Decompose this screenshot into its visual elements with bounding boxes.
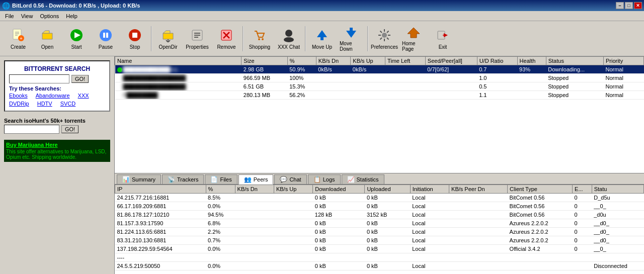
col-ratio[interactable]: U/D Ratio	[477, 57, 517, 65]
shopping-button[interactable]: Shopping	[246, 24, 274, 54]
menu-options[interactable]: Options	[37, 12, 62, 20]
pcol-up[interactable]: KB/s Up	[274, 185, 312, 194]
table-row[interactable]: ████████████ms2.98 GB50.9%0kB/s0kB/s0/7[…	[115, 65, 644, 74]
search-links: Ebooks Abandonware XXX DVDRip HDTV SVCD	[9, 93, 105, 107]
menu-view[interactable]: View	[18, 12, 36, 20]
col-pct[interactable]: %	[287, 57, 316, 65]
col-time[interactable]: Time Left	[385, 57, 425, 65]
col-up[interactable]: KB/s Up	[351, 57, 385, 65]
pcol-downloaded[interactable]: Downloaded	[313, 185, 365, 194]
maximize-button[interactable]: □	[625, 2, 633, 9]
ad-link[interactable]: Buy Marijuana Here	[6, 142, 108, 148]
move-up-icon	[314, 27, 330, 43]
try-label: Try these Searches:	[9, 85, 105, 92]
list-item[interactable]: 24.5.5.219:500500.0%0 kB0 kBLocalDisconn…	[115, 262, 644, 270]
tab-trackers[interactable]: 📡 Trackers	[162, 174, 204, 184]
iso-go-button[interactable]: GO!	[61, 125, 78, 133]
move-down-button[interactable]: Move Down	[337, 24, 365, 54]
minimize-button[interactable]: –	[616, 2, 624, 9]
svg-marker-29	[346, 31, 356, 38]
table-row[interactable]: ████████████████6.51 GB15.3%0.5StoppedNo…	[115, 82, 644, 91]
pause-button[interactable]: Pause	[92, 24, 120, 54]
tab-files[interactable]: 📄 Files	[205, 174, 237, 184]
remove-button[interactable]: Remove	[212, 24, 240, 54]
col-dn[interactable]: KB/s Dn	[316, 57, 351, 65]
col-priority[interactable]: Priority	[603, 57, 643, 65]
create-icon: +	[10, 27, 26, 43]
search-go-button[interactable]: GO!	[71, 75, 89, 83]
torrent-table-header: Name Size % KB/s Dn KB/s Up Time Left Se…	[115, 57, 644, 65]
pcol-uploaded[interactable]: Uploaded	[365, 185, 410, 194]
pcol-status[interactable]: Statu	[592, 185, 643, 194]
tab-statistics[interactable]: 📈 Statistics	[342, 174, 384, 184]
exit-label: Exit	[439, 44, 447, 50]
col-size[interactable]: Size	[242, 57, 287, 65]
list-item[interactable]: 24.215.77.216:168818.5%0 kB0 kBLocalBitC…	[115, 194, 644, 202]
statistics-icon: 📈	[347, 176, 355, 183]
list-item[interactable]: 81.157.3.93:175906.8%0 kB0 kBLocalAzureu…	[115, 219, 644, 228]
separator-1	[151, 26, 152, 51]
pcol-dn[interactable]: KB/s Dn	[235, 185, 274, 194]
close-button[interactable]: ✕	[634, 2, 642, 9]
list-item[interactable]: 81.224.113.65:68812.2%0 kB0 kBLocalAzure…	[115, 228, 644, 236]
peers-table-wrap[interactable]: IP % KB/s Dn KB/s Up Downloaded Uploaded…	[115, 185, 644, 274]
start-button[interactable]: Start	[62, 24, 91, 54]
app-icon: 🌐	[2, 2, 10, 10]
pause-icon	[98, 27, 114, 43]
search-box: BITTORRENT SEARCH GO! Try these Searches…	[4, 60, 110, 112]
link-abandonware[interactable]: Abandonware	[36, 93, 70, 99]
iso-search-input[interactable]	[4, 125, 59, 134]
table-row[interactable]: ████████████████966.59 MB100%1.0StoppedN…	[115, 74, 644, 82]
exit-icon	[435, 27, 451, 43]
detail-pane: 📊 Summary 📡 Trackers 📄 Files 👥 Peers 💬	[115, 173, 644, 274]
home-page-button[interactable]: Home Page	[399, 24, 428, 54]
tab-chat[interactable]: 💬 Chat	[274, 174, 306, 184]
shopping-label: Shopping	[249, 44, 270, 50]
stop-button[interactable]: Stop	[121, 24, 149, 54]
tab-summary[interactable]: 📊 Summary	[117, 174, 161, 184]
pcol-init[interactable]: Initiation	[410, 185, 449, 194]
opendir-button[interactable]: OpenDir	[154, 24, 182, 54]
svg-rect-12	[132, 33, 137, 38]
pcol-ip[interactable]: IP	[115, 185, 206, 194]
svg-marker-27	[317, 30, 327, 37]
torrent-table: Name Size % KB/s Dn KB/s Up Time Left Se…	[115, 56, 644, 100]
pcol-e[interactable]: E...	[573, 185, 592, 194]
col-seed[interactable]: Seed/Peer[all]	[425, 57, 477, 65]
list-item[interactable]: ----	[115, 253, 644, 262]
create-button[interactable]: + Create	[4, 24, 32, 54]
move-up-button[interactable]: Move Up	[308, 24, 336, 54]
exit-button[interactable]: Exit	[429, 24, 457, 54]
pcol-peer-dn[interactable]: KB/s Peer Dn	[449, 185, 508, 194]
properties-button[interactable]: Properties	[183, 24, 211, 54]
table-row[interactable]: F████████280.13 MB56.2%1.1StoppedNormal	[115, 91, 644, 100]
tab-logs[interactable]: 📋 Logs	[308, 174, 341, 184]
toolbar: + Create Open Start Pause Stop OpenDir	[0, 21, 644, 56]
list-item[interactable]: 66.17.169.209:68810.0%0 kB0 kBLocalBitCo…	[115, 202, 644, 211]
link-ebooks[interactable]: Ebooks	[9, 93, 28, 99]
menu-help[interactable]: Help	[63, 12, 80, 20]
pcol-pct[interactable]: %	[206, 185, 235, 194]
link-xxx[interactable]: XXX	[78, 93, 89, 99]
iso-section: Search isoHunt's 50k+ torrents GO!	[4, 116, 110, 134]
link-dvdrip[interactable]: DVDRip	[9, 101, 29, 107]
preferences-label: Preferences	[371, 44, 398, 50]
pcol-client[interactable]: Client Type	[508, 185, 573, 194]
tab-peers[interactable]: 👥 Peers	[238, 174, 274, 185]
preferences-button[interactable]: Preferences	[370, 24, 398, 54]
link-hdtv[interactable]: HDTV	[37, 101, 52, 107]
list-item[interactable]: 81.86.178.127:1021094.5%128 kB3152 kBLoc…	[115, 211, 644, 219]
tab-peers-label: Peers	[254, 176, 268, 182]
search-input[interactable]	[9, 74, 69, 83]
col-status[interactable]: Status	[546, 57, 603, 65]
col-name[interactable]: Name	[115, 57, 242, 65]
open-button[interactable]: Open	[33, 24, 61, 54]
torrent-table-wrap[interactable]: Name Size % KB/s Dn KB/s Up Time Left Se…	[115, 56, 644, 173]
link-svcd[interactable]: SVCD	[60, 101, 76, 107]
col-health[interactable]: Health	[517, 57, 546, 65]
list-item[interactable]: 137.198.229.59:545640.0%0 kB0 kBLocalOff…	[115, 245, 644, 253]
xxx-chat-button[interactable]: XXX Chat	[275, 24, 303, 54]
menu-file[interactable]: File	[2, 12, 17, 20]
sidebar: BITTORRENT SEARCH GO! Try these Searches…	[0, 56, 115, 274]
list-item[interactable]: 83.31.210.130:68810.7%0 kB0 kBLocalAzure…	[115, 236, 644, 245]
